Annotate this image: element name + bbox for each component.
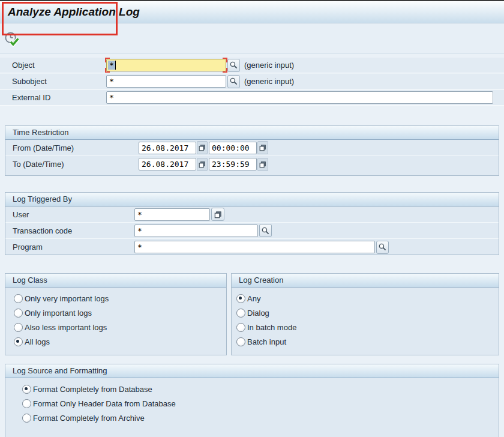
user-multiple-selection-button[interactable] xyxy=(211,208,224,221)
multiple-selection-icon xyxy=(214,210,223,219)
radio-row: Format Completely from Database xyxy=(22,382,499,396)
radio-row: Any xyxy=(236,291,499,306)
time-dropdown-icon xyxy=(259,160,267,169)
generic-input-hint: (generic input) xyxy=(244,61,294,70)
radio-row: In batch mode xyxy=(236,320,499,334)
from-datetime-row: From (Date/Time) xyxy=(5,140,499,156)
radio-row: Also less important logs xyxy=(14,320,226,334)
search-icon xyxy=(261,226,270,235)
time-dropdown-icon xyxy=(259,143,267,152)
user-input[interactable] xyxy=(134,208,210,221)
object-label: Object xyxy=(12,61,106,70)
to-datetime-label: To (Date/Time) xyxy=(13,160,139,169)
external-id-label: External ID xyxy=(12,93,106,102)
radio-format-only-header-data-from-database[interactable] xyxy=(22,399,31,408)
radio-only-important-logs[interactable] xyxy=(14,309,23,318)
from-datetime-label: From (Date/Time) xyxy=(13,143,139,152)
program-row: Program xyxy=(5,239,499,255)
log-creation-header: Log Creation xyxy=(232,274,499,288)
radio-also-less-important-logs[interactable] xyxy=(14,323,23,332)
radio-label[interactable]: Batch input xyxy=(247,337,286,346)
transaction-code-row: Transaction code xyxy=(5,223,499,239)
time-restriction-header: Time Restriction xyxy=(5,126,499,140)
to-time-dropdown-button[interactable] xyxy=(257,158,268,171)
radio-label[interactable]: Any xyxy=(247,294,260,303)
radio-row: All logs xyxy=(14,334,226,349)
log-triggered-by-section: Log Triggered By User Transaction code P… xyxy=(5,192,499,255)
search-icon xyxy=(229,77,238,86)
from-date-dropdown-button[interactable] xyxy=(197,141,208,154)
object-input[interactable]: * xyxy=(106,59,226,71)
highlight-red-box xyxy=(2,2,118,35)
radio-dialog[interactable] xyxy=(236,309,245,318)
user-label: User xyxy=(13,210,134,219)
generic-input-hint: (generic input) xyxy=(244,77,294,86)
radio-label[interactable]: Format Only Header Data from Database xyxy=(33,399,176,408)
log-source-section: Log Source and Formatting Format Complet… xyxy=(5,364,499,437)
log-class-header: Log Class xyxy=(5,274,226,288)
to-date-input[interactable] xyxy=(139,158,196,170)
to-date-dropdown-button[interactable] xyxy=(197,158,208,171)
radio-format-completely-from-database[interactable] xyxy=(22,385,31,394)
radio-label[interactable]: Only important logs xyxy=(25,309,92,318)
radio-in-batch-mode[interactable] xyxy=(236,323,245,332)
radio-label[interactable]: In batch mode xyxy=(247,323,296,332)
subobject-input[interactable] xyxy=(106,75,226,88)
radio-all-logs[interactable] xyxy=(14,337,23,346)
radio-label[interactable]: Format Completely from Database xyxy=(33,385,152,394)
radio-row: Format Completely from Archive xyxy=(22,411,499,425)
subobject-label: Subobject xyxy=(12,77,106,86)
focus-corner-icon xyxy=(105,68,110,73)
date-dropdown-icon xyxy=(198,143,206,152)
radio-label[interactable]: Dialog xyxy=(247,309,269,318)
log-source-header: Log Source and Formatting xyxy=(5,364,499,378)
radio-batch-input[interactable] xyxy=(236,337,245,346)
log-class-section: Log Class Only very important logs Only … xyxy=(5,273,227,355)
subobject-row: Subobject (generic input) xyxy=(0,74,504,89)
focus-corner-icon xyxy=(105,58,110,62)
search-icon xyxy=(378,243,387,252)
radio-label[interactable]: Format Completely from Archive xyxy=(33,414,145,423)
search-icon xyxy=(229,61,238,70)
log-triggered-by-header: Log Triggered By xyxy=(5,193,499,206)
object-row: Object * (generic input) xyxy=(0,58,504,73)
radio-row: Format Only Header Data from Database xyxy=(22,396,499,411)
radio-label[interactable]: Also less important logs xyxy=(25,323,107,332)
from-time-input[interactable] xyxy=(209,142,257,154)
program-input[interactable] xyxy=(134,241,375,253)
object-search-button[interactable] xyxy=(227,59,240,72)
radio-any[interactable] xyxy=(236,294,245,303)
from-date-input[interactable] xyxy=(139,142,196,154)
program-label: Program xyxy=(13,243,134,252)
focus-corner-icon xyxy=(223,68,227,73)
time-restriction-section: Time Restriction From (Date/Time) To (Da… xyxy=(5,125,499,176)
radio-row: Dialog xyxy=(236,306,499,320)
radio-row: Batch input xyxy=(236,334,499,349)
radio-label[interactable]: Only very important logs xyxy=(25,294,109,303)
radio-format-completely-from-archive[interactable] xyxy=(22,414,31,423)
to-datetime-row: To (Date/Time) xyxy=(5,156,499,172)
radio-row: Only important logs xyxy=(14,306,226,320)
radio-label[interactable]: All logs xyxy=(25,337,50,346)
external-id-row: External ID xyxy=(0,90,504,106)
to-time-input[interactable] xyxy=(209,158,257,170)
external-id-input[interactable] xyxy=(106,91,493,104)
text-cursor xyxy=(115,61,116,70)
from-time-dropdown-button[interactable] xyxy=(257,141,268,154)
subobject-search-button[interactable] xyxy=(227,75,240,88)
radio-only-very-important-logs[interactable] xyxy=(14,294,23,303)
user-row: User xyxy=(5,206,499,223)
transaction-code-label: Transaction code xyxy=(13,226,134,235)
date-dropdown-icon xyxy=(198,160,206,169)
radio-row: Only very important logs xyxy=(14,291,226,306)
program-search-button[interactable] xyxy=(376,241,389,254)
focus-corner-icon xyxy=(223,58,227,62)
transaction-code-input[interactable] xyxy=(134,225,258,237)
log-creation-section: Log Creation Any Dialog In batch mode Ba… xyxy=(231,273,499,355)
transaction-code-search-button[interactable] xyxy=(259,224,272,237)
